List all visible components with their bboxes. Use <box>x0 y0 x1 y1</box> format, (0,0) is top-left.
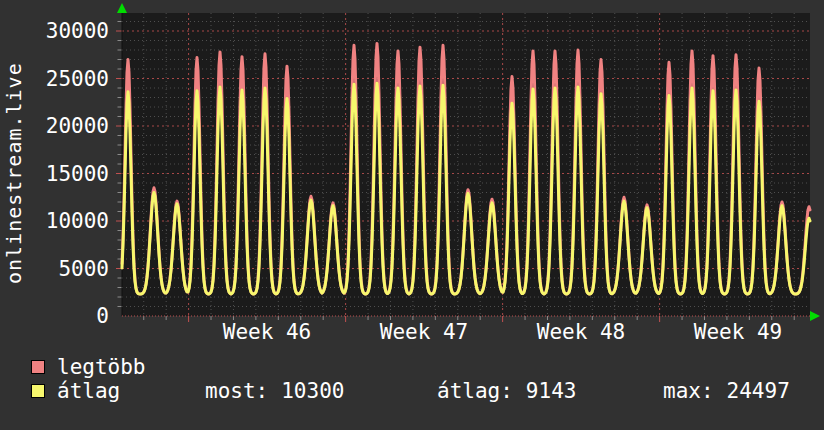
y-axis-arrow-icon <box>117 3 127 13</box>
legend-label-legtobb: legtöbb <box>57 355 146 379</box>
legtobb-swatch-icon <box>31 360 45 374</box>
x-axis-arrow-icon <box>810 311 820 321</box>
stat-most: most: 10300 <box>205 380 344 402</box>
stat-atlag: átlag: 9143 <box>437 380 576 402</box>
stat-most-label: most: <box>205 380 268 402</box>
rrd-graph: onlinestream.live 3000025000200001500010… <box>0 0 824 430</box>
chart-canvas <box>0 0 824 355</box>
stat-max: max: 24497 <box>663 380 790 402</box>
atlag-swatch-icon <box>31 384 45 398</box>
legend-label-atlag: átlag <box>57 379 120 403</box>
stat-most-value: 10300 <box>281 380 344 402</box>
stat-max-label: max: <box>663 380 714 402</box>
legend-item-legtobb: legtöbb <box>31 356 146 378</box>
stat-atlag-value: 9143 <box>526 380 577 402</box>
stat-atlag-label: átlag: <box>437 380 513 402</box>
legend-item-atlag: átlag <box>31 380 120 402</box>
stat-max-value: 24497 <box>727 380 790 402</box>
